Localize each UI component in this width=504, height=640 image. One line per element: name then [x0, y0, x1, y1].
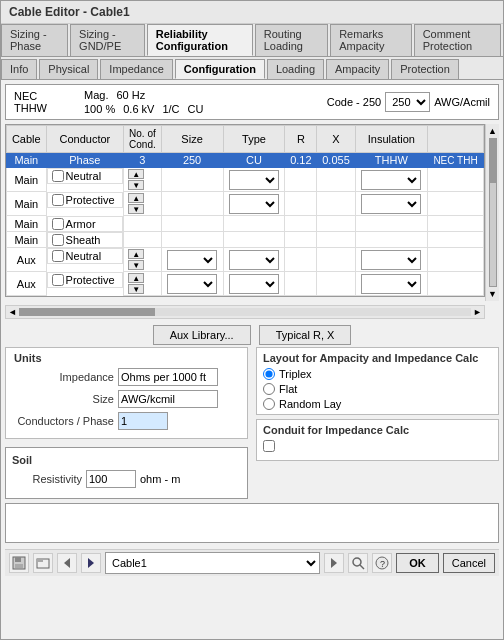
tab-info[interactable]: Info: [1, 59, 37, 79]
cell-conductor: Sheath: [47, 232, 124, 248]
col-cable: Cable: [7, 126, 47, 153]
resistivity-label: Resistivity: [12, 473, 82, 485]
arrow-down[interactable]: ▼: [128, 260, 144, 270]
layout-section: Layout for Ampacity and Impedance Calc T…: [256, 347, 499, 415]
layout-options: Triplex Flat Random Lay: [263, 368, 492, 410]
cell-extra: [428, 248, 484, 272]
scroll-up-arrow[interactable]: ▲: [488, 126, 497, 136]
svg-text:?: ?: [380, 559, 385, 569]
tab-configuration[interactable]: Configuration: [175, 59, 265, 79]
tab-routing[interactable]: Routing Loading: [255, 24, 328, 56]
size-select[interactable]: [167, 274, 217, 294]
conductors-input[interactable]: [118, 412, 168, 430]
cell-cable: Main: [7, 232, 47, 248]
status-icon-2[interactable]: [33, 553, 53, 573]
arrow-up[interactable]: ▲: [128, 249, 144, 259]
right-bottom: Layout for Ampacity and Impedance Calc T…: [256, 347, 499, 503]
tab-ampacity[interactable]: Ampacity: [326, 59, 389, 79]
insulation-select[interactable]: [361, 194, 421, 214]
arrow-up[interactable]: ▲: [128, 273, 144, 283]
sheath-checkbox[interactable]: [52, 234, 64, 246]
cell-size: [161, 216, 223, 232]
cell-type: [223, 168, 285, 192]
armor-checkbox[interactable]: [52, 218, 64, 230]
triplex-row: Triplex: [263, 368, 492, 380]
tab-sizing-phase[interactable]: Sizing - Phase: [1, 24, 68, 56]
aux-neutral-checkbox[interactable]: [52, 250, 64, 262]
window-title: Cable Editor - Cable1: [9, 5, 130, 19]
tab-remarks[interactable]: Remarks Ampacity: [330, 24, 411, 56]
aux-library-button[interactable]: Aux Library...: [153, 325, 251, 345]
wires-value: 1/C: [162, 103, 179, 115]
random-radio[interactable]: [263, 398, 275, 410]
col-extra: [428, 126, 484, 153]
status-icon-4[interactable]: [81, 553, 101, 573]
random-row: Random Lay: [263, 398, 492, 410]
tab-sizing-gnd[interactable]: Sizing - GND/PE: [70, 24, 145, 56]
freq-value: 60 Hz: [116, 89, 145, 101]
triplex-radio[interactable]: [263, 368, 275, 380]
resistivity-input[interactable]: [86, 470, 136, 488]
cell-r: 0.12: [285, 153, 317, 168]
cell-r: [285, 216, 317, 232]
tab-impedance[interactable]: Impedance: [100, 59, 172, 79]
impedance-input[interactable]: [118, 368, 218, 386]
cell-cable: Main: [7, 192, 47, 216]
horiz-scroll-track[interactable]: [19, 308, 471, 316]
status-icon-5[interactable]: [324, 553, 344, 573]
conduit-section: Conduit for Impedance Calc: [256, 419, 499, 461]
cell-cable: Aux: [7, 248, 47, 272]
scroll-down-arrow[interactable]: ▼: [488, 289, 497, 299]
tab-physical[interactable]: Physical: [39, 59, 98, 79]
type-select[interactable]: [229, 250, 279, 270]
cell-r: [285, 248, 317, 272]
info-row-2: 100 % 0.6 kV 1/C CU: [84, 103, 317, 115]
arrow-up[interactable]: ▲: [128, 169, 144, 179]
type-select[interactable]: [229, 274, 279, 294]
status-icon-3[interactable]: [57, 553, 77, 573]
insulation-select[interactable]: [361, 170, 421, 190]
scroll-left-arrow[interactable]: ◄: [8, 307, 17, 317]
ok-button[interactable]: OK: [396, 553, 439, 573]
svg-point-8: [353, 558, 361, 566]
arrow-down[interactable]: ▼: [128, 284, 144, 294]
status-icon-6[interactable]: [348, 553, 368, 573]
status-icon-7[interactable]: ?: [372, 553, 392, 573]
protective-checkbox[interactable]: [52, 194, 64, 206]
horiz-scroll-thumb[interactable]: [19, 308, 155, 316]
tab-comment[interactable]: Comment Protection: [414, 24, 501, 56]
tab-loading[interactable]: Loading: [267, 59, 324, 79]
scroll-thumb[interactable]: [490, 139, 496, 183]
neutral-checkbox[interactable]: [52, 170, 64, 182]
scroll-track[interactable]: [489, 138, 497, 287]
arrow-up[interactable]: ▲: [128, 193, 144, 203]
type-select[interactable]: [229, 194, 279, 214]
arrow-down[interactable]: ▼: [128, 180, 144, 190]
cell-size: 250: [161, 153, 223, 168]
tab-reliability[interactable]: Reliability Configuration: [147, 24, 253, 56]
col-x: X: [317, 126, 355, 153]
arrow-down[interactable]: ▼: [128, 204, 144, 214]
vertical-scrollbar[interactable]: ▲ ▼: [485, 124, 499, 301]
status-icon-1[interactable]: [9, 553, 29, 573]
cell-x: [317, 168, 355, 192]
triplex-label: Triplex: [279, 368, 312, 380]
cable-select[interactable]: Cable1: [105, 552, 320, 574]
horizontal-scrollbar[interactable]: ◄ ►: [5, 305, 485, 319]
scroll-right-arrow[interactable]: ►: [473, 307, 482, 317]
code-select[interactable]: 250 300: [385, 92, 430, 112]
conduit-checkbox[interactable]: [263, 440, 275, 452]
type-select[interactable]: [229, 170, 279, 190]
cell-x: 0.055: [317, 153, 355, 168]
cell-x: [317, 248, 355, 272]
flat-radio[interactable]: [263, 383, 275, 395]
aux-protective-checkbox[interactable]: [52, 274, 64, 286]
cell-no-cond: ▲ ▼: [124, 272, 161, 296]
size-input[interactable]: [118, 390, 218, 408]
cancel-button[interactable]: Cancel: [443, 553, 495, 573]
typical-rx-button[interactable]: Typical R, X: [259, 325, 352, 345]
size-select[interactable]: [167, 250, 217, 270]
insulation-select[interactable]: [361, 274, 421, 294]
insulation-select[interactable]: [361, 250, 421, 270]
tab-protection[interactable]: Protection: [391, 59, 459, 79]
